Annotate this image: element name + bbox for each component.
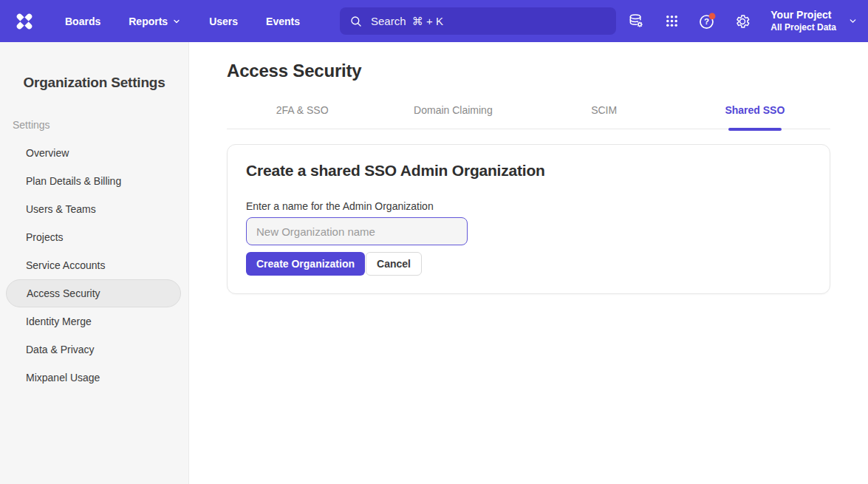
cancel-button[interactable]: Cancel <box>366 252 422 276</box>
org-name-input[interactable] <box>246 217 468 245</box>
sidebar-item-data-privacy[interactable]: Data & Privacy <box>0 335 188 364</box>
notification-dot <box>708 13 715 20</box>
settings-sidebar: Organization Settings Settings Overview … <box>0 42 189 484</box>
navbar-actions: ? Your Project All Project Data <box>621 7 858 36</box>
project-data-scope: All Project Data <box>770 22 836 33</box>
mixpanel-logo-icon <box>14 11 35 32</box>
chevron-down-icon <box>848 16 858 26</box>
sidebar-item-mixpanel-usage[interactable]: Mixpanel Usage <box>0 364 188 392</box>
shared-sso-card: Create a shared SSO Admin Organization E… <box>227 144 830 294</box>
nav-item-reports[interactable]: Reports <box>129 16 181 27</box>
sidebar-section-label: Settings <box>13 119 188 131</box>
sidebar-item-plan-details-billing[interactable]: Plan Details & Billing <box>0 167 188 195</box>
data-management-icon[interactable] <box>621 7 651 36</box>
primary-nav: Boards Reports Users Events <box>65 16 300 27</box>
create-organization-button[interactable]: Create Organization <box>246 252 365 276</box>
chevron-down-icon <box>172 17 181 26</box>
tab-shared-sso[interactable]: Shared SSO <box>680 104 830 129</box>
tab-2fa-sso[interactable]: 2FA & SSO <box>227 104 377 129</box>
sidebar-item-overview[interactable]: Overview <box>0 139 188 167</box>
sidebar-title: Organization Settings <box>0 75 188 91</box>
tab-domain-claiming[interactable]: Domain Claiming <box>377 104 528 129</box>
top-navbar: Boards Reports Users Events <box>0 0 868 42</box>
project-name: Your Project <box>770 9 836 22</box>
nav-item-events[interactable]: Events <box>266 16 300 27</box>
sidebar-items: Overview Plan Details & Billing Users & … <box>0 139 188 392</box>
nav-item-reports-label: Reports <box>129 16 168 27</box>
sidebar-item-projects[interactable]: Projects <box>0 223 188 251</box>
nav-item-boards[interactable]: Boards <box>65 16 100 27</box>
settings-gear-icon[interactable] <box>728 7 757 36</box>
nav-item-users[interactable]: Users <box>209 16 238 27</box>
sidebar-item-service-accounts[interactable]: Service Accounts <box>0 251 188 279</box>
card-title: Create a shared SSO Admin Organization <box>246 162 811 180</box>
project-switcher[interactable]: Your Project All Project Data <box>770 9 858 34</box>
tab-scim[interactable]: SCIM <box>529 104 680 129</box>
sidebar-item-access-security[interactable]: Access Security <box>6 279 181 307</box>
sidebar-item-users-teams[interactable]: Users & Teams <box>0 195 188 223</box>
main-content: Access Security 2FA & SSO Domain Claimin… <box>189 42 868 484</box>
apps-grid-icon[interactable] <box>657 7 686 36</box>
card-actions: Create Organization Cancel <box>246 252 811 276</box>
help-icon[interactable]: ? <box>692 7 722 36</box>
svg-text:?: ? <box>704 17 709 26</box>
global-search[interactable] <box>340 7 616 35</box>
sidebar-item-identity-merge[interactable]: Identity Merge <box>0 307 188 335</box>
search-input[interactable] <box>369 14 606 28</box>
mixpanel-logo[interactable] <box>13 10 35 33</box>
org-name-field-label: Enter a name for the Admin Organization <box>246 200 811 212</box>
access-security-tabs: 2FA & SSO Domain Claiming SCIM Shared SS… <box>227 104 830 129</box>
search-icon <box>349 15 363 28</box>
page-title: Access Security <box>227 61 830 81</box>
